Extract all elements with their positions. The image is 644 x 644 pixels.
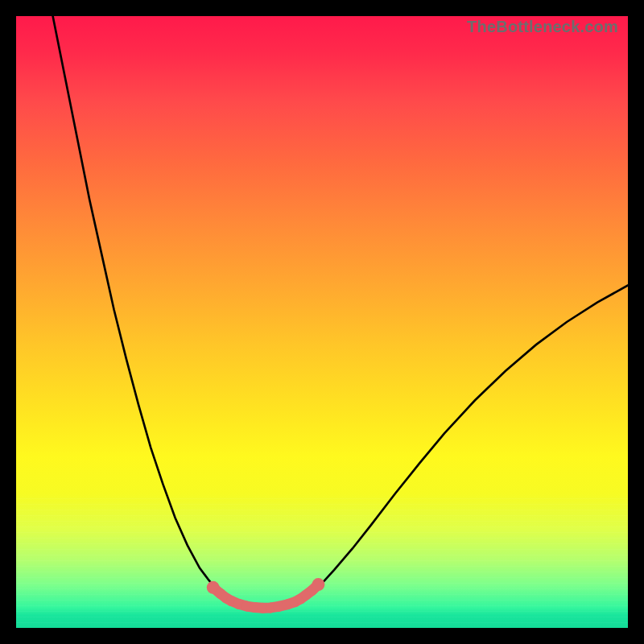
chart-frame: TheBottleneck.com bbox=[0, 0, 644, 644]
optimal-range-highlight bbox=[207, 578, 325, 613]
plot-area: TheBottleneck.com bbox=[16, 16, 628, 628]
v-curve-line bbox=[53, 16, 628, 609]
highlight-dot bbox=[312, 578, 324, 591]
bottleneck-curve bbox=[16, 16, 628, 628]
highlight-dot bbox=[274, 601, 284, 612]
main-curve-group bbox=[53, 16, 628, 609]
watermark-text: TheBottleneck.com bbox=[467, 18, 618, 36]
